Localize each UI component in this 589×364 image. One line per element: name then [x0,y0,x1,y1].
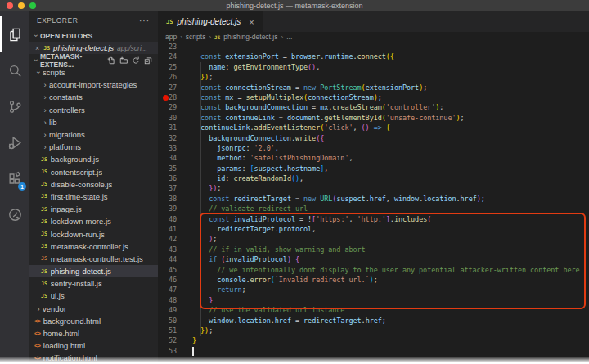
line-number[interactable]: 40 [158,214,177,224]
line-number[interactable]: 42 [158,234,177,244]
line-number[interactable]: 29 [158,102,177,112]
code-line-25[interactable]: 25 name: getEnvironmentType(), [158,62,589,72]
line-number[interactable]: 52 [158,335,177,345]
tree-item-background.js[interactable]: JSbackground.js [29,153,158,165]
code-line-44[interactable]: 44 if (invalidProtocol) { [158,254,589,264]
line-number[interactable]: 37 [158,183,177,193]
code-line-51[interactable]: 51 }); [158,326,589,335]
line-number[interactable]: 26 [158,72,177,82]
code-line-49[interactable]: 49 // use the validated url instance [158,305,589,315]
line-number[interactable]: 30 [158,113,177,123]
new-folder-icon[interactable] [119,56,128,65]
line-number[interactable]: 38 [158,194,177,204]
code-line-41[interactable]: 41 redirectTarget.protocol, [158,224,589,234]
code-line-33[interactable]: 33 jsonrpc: '2.0', [158,143,589,153]
code-line-39[interactable]: 39 // validate redirect url [158,204,589,213]
tree-item-sentry-install.js[interactable]: JSsentry-install.js [29,277,158,290]
line-number[interactable]: 25 [158,62,177,72]
line-number[interactable]: 23 [158,42,177,52]
code-line-53[interactable]: 53 [158,346,589,356]
explorer-more-actions-icon[interactable]: ··· [139,16,150,25]
line-number[interactable]: 51 [158,326,177,335]
breadcrumb-file[interactable]: phishing-detect.js [223,33,277,41]
line-number[interactable]: 46 [158,275,177,285]
source-control-icon[interactable] [0,88,29,124]
code-line-42[interactable]: 42 ); [158,234,589,244]
line-number[interactable]: 33 [158,143,177,153]
tree-item-constants[interactable]: ›constants [29,91,158,103]
code-line-45[interactable]: 45 // we intentionally dont display to t… [158,265,589,275]
code-line-37[interactable]: 37 }); [158,183,589,193]
close-editor-icon[interactable]: × [35,44,39,52]
tree-item-metamask-controller.js[interactable]: JSmetamask-controller.js [29,240,158,253]
run-and-debug-icon[interactable] [0,124,29,160]
tab-phishing-detect[interactable]: JS phishing-detect.js × [158,11,263,32]
line-number[interactable]: 36 [158,173,177,183]
code-line-38[interactable]: 38 const redirectTarget = new URL(suspec… [158,194,589,204]
tree-item-disable-console.js[interactable]: JSdisable-console.js [29,178,158,191]
project-section-header[interactable]: › METAMASK-EXTENS... [29,54,158,66]
breadcrumb-scripts[interactable]: scripts [186,33,206,41]
tree-item-lockdown-more.js[interactable]: JSlockdown-more.js [29,215,158,227]
code-line-35[interactable]: 35 params: [suspect.hostname], [158,164,589,173]
line-number[interactable]: 34 [158,153,177,163]
code-line-31[interactable]: 31 continueLink.addEventListener('click'… [158,123,589,133]
code-line-24[interactable]: 24 const extensionPort = browser.runtime… [158,52,589,61]
tree-item-ui.js[interactable]: JSui.js [29,290,158,302]
line-number[interactable]: 47 [158,285,177,294]
tree-item-migrations[interactable]: ›migrations [29,128,158,141]
code-line-27[interactable]: 27 const connectionStream = new PortStre… [158,83,589,92]
code-line-47[interactable]: 47 return; [158,285,589,294]
line-number[interactable]: 50 [158,316,177,326]
tree-item-controllers[interactable]: ›controllers [29,104,158,116]
tree-item-phishing-detect.js[interactable]: JSphishing-detect.js [29,265,158,277]
code-line-28[interactable]: 28 const mx = setupMultiplex(connectionS… [158,92,589,102]
breadcrumb-symbol[interactable]: ... [286,33,292,41]
code-editor[interactable]: 2324 const extensionPort = browser.runti… [158,42,589,364]
line-number[interactable]: 53 [158,346,177,356]
code-line-48[interactable]: 48 } [158,295,589,305]
explorer-icon[interactable] [0,16,29,52]
tree-item-contentscript.js[interactable]: JScontentscript.js [29,166,158,178]
line-number[interactable]: 48 [158,295,177,305]
search-icon[interactable] [0,52,29,88]
refresh-icon[interactable] [132,56,140,65]
tab-close-icon[interactable]: × [249,17,254,27]
tree-item-loading.html[interactable]: <>loading.html [29,339,158,352]
tree-item-lockdown-run.js[interactable]: JSlockdown-run.js [29,227,158,240]
line-number[interactable]: 31 [158,123,177,133]
line-number[interactable]: 41 [158,224,177,234]
tree-item-metamask-controller.test.js[interactable]: JSmetamask-controller.test.js [29,253,158,265]
tree-item-lib[interactable]: ›lib [29,116,158,128]
code-line-34[interactable]: 34 method: 'safelistPhishingDomain', [158,153,589,163]
line-number[interactable]: 49 [158,305,177,315]
line-number[interactable]: 35 [158,164,177,173]
tree-item-platforms[interactable]: ›platforms [29,141,158,153]
line-number[interactable]: 45 [158,265,177,275]
code-line-43[interactable]: 43 // if in valid, show warning and abor… [158,245,589,254]
code-line-23[interactable]: 23 [158,42,589,52]
code-line-46[interactable]: 46 console.error(`Invalid redirect url.`… [158,275,589,285]
code-line-52[interactable]: 52} [158,335,589,345]
line-number[interactable]: 28 [158,92,177,102]
line-number[interactable]: 32 [158,133,177,143]
code-line-36[interactable]: 36 id: createRandomId(), [158,173,589,183]
code-line-40[interactable]: 40 const invalidProtocol = !['https:', '… [158,214,589,224]
new-file-icon[interactable] [107,56,115,65]
tree-item-account-import-strategies[interactable]: ›account-import-strategies [29,79,158,91]
extensions-icon[interactable]: 1 [0,160,29,196]
tree-item-vendor[interactable]: ›vendor [29,303,158,315]
code-line-29[interactable]: 29 const backgroundConnection = mx.creat… [158,102,589,112]
tree-item-inpage.js[interactable]: JSinpage.js [29,203,158,215]
line-number[interactable]: 43 [158,245,177,254]
code-line-50[interactable]: 50 window.location.href = redirectTarget… [158,316,589,326]
line-number[interactable]: 27 [158,83,177,92]
code-line-30[interactable]: 30 const continueLink = document.getElem… [158,113,589,123]
code-line-32[interactable]: 32 backgroundConnection.write({ [158,133,589,143]
breadcrumb-app[interactable]: app [165,33,177,41]
extension-circle-icon[interactable] [0,196,29,232]
tree-item-first-time-state.js[interactable]: JSfirst-time-state.js [29,191,158,203]
tree-item-home.html[interactable]: <>home.html [29,327,158,339]
tree-item-background.html[interactable]: <>background.html [29,315,158,327]
line-number[interactable]: 39 [158,204,177,213]
